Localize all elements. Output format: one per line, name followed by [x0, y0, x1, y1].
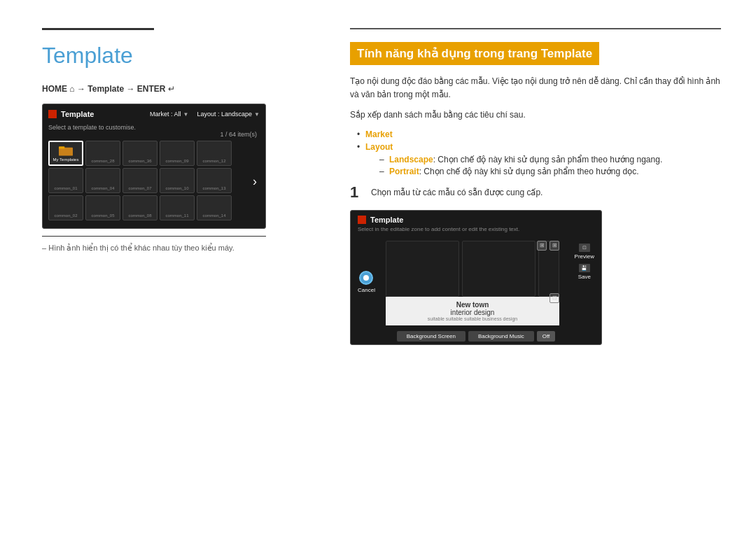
text-main[interactable]: New town: [393, 301, 552, 309]
text-sub[interactable]: interior design: [393, 309, 552, 316]
right-panel: Tính năng khả dụng trong trang Template …: [350, 28, 721, 506]
list-item[interactable]: common_11: [160, 195, 195, 220]
footnote-text: Hình ảnh hiển thị có thể khác nhau tùy t…: [42, 244, 322, 253]
template-item-label: common_36: [128, 159, 151, 163]
template-item-label: common_09: [165, 159, 188, 163]
right-top-divider: [350, 28, 721, 29]
template-item-label: common_07: [128, 186, 151, 190]
list-item[interactable]: common_08: [122, 195, 158, 220]
detail-subtitle: Select in the editable zone to add conte…: [351, 226, 601, 237]
off-button[interactable]: Off: [537, 331, 556, 342]
layout-label: Layout : Landscape: [197, 111, 253, 118]
template-row-3: common_02 common_05 common_08 common_11: [48, 195, 247, 220]
list-item[interactable]: common_28: [85, 141, 120, 166]
preview-button[interactable]: ⊡ Preview: [575, 244, 594, 260]
list-item[interactable]: common_13: [197, 168, 232, 193]
landscape-desc: : Chọn chế độ này khi sử dụng sản phẩm t…: [433, 155, 663, 164]
template-item-label: common_28: [91, 159, 114, 163]
layout-sub-list: Landscape: Chọn chế độ này khi sử dụng s…: [365, 155, 721, 176]
list-item[interactable]: common_07: [122, 168, 158, 193]
my-templates-label: My Templates: [53, 157, 79, 162]
list-item[interactable]: common_36: [122, 141, 158, 166]
cancel-circle-icon: [359, 271, 373, 285]
template-screen-title: Template: [61, 110, 94, 118]
red-square-icon: [48, 110, 57, 118]
text-small: suitable suitable suitable business desi…: [393, 316, 552, 321]
template-item-label: common_01: [54, 186, 77, 190]
image-panel-mid[interactable]: [462, 241, 536, 297]
save-icon: 💾: [579, 264, 590, 272]
portrait-label: Portrait: [389, 167, 419, 176]
template-item-label: common_11: [165, 213, 188, 218]
description-text-2: Sắp xếp danh sách mẫu bằng các tiêu chí …: [350, 108, 721, 122]
text-overlay: New town interior design suitable suitab…: [386, 297, 559, 325]
list-item: Portrait: Chọn chế độ này khi sử dụng sả…: [379, 167, 721, 176]
background-screen-button[interactable]: Background Screen: [397, 331, 465, 342]
template-row-2: common_01 common_04 common_07 common_10: [48, 168, 247, 193]
template-title-row: Template: [48, 110, 94, 118]
enter-label: ENTER: [137, 84, 166, 94]
list-item: Layout Landscape: Chọn chế độ này khi sử…: [357, 142, 721, 176]
layout-bullet: Layout: [365, 142, 393, 152]
market-bullet: Market: [365, 129, 393, 139]
enter-icon: ↵: [168, 84, 175, 94]
list-item[interactable]: common_01: [48, 168, 83, 193]
detail-footer: Background Screen Background Music Off: [351, 328, 601, 344]
item-count: 1 / 64 item(s): [220, 131, 257, 138]
cancel-inner-icon: [363, 275, 369, 281]
nav-instruction: HOME ⌂ → Template → ENTER ↵: [42, 84, 322, 94]
list-item[interactable]: common_02: [48, 195, 83, 220]
step-text-1: Chọn mẫu từ các mẫu có sẵn được cung cấp…: [371, 185, 542, 197]
my-templates-item[interactable]: My Templates: [48, 141, 83, 166]
list-item[interactable]: common_04: [85, 168, 120, 193]
market-label: Market : All: [150, 111, 181, 118]
arrow1: →: [77, 84, 85, 94]
detail-header: Template: [351, 211, 601, 226]
cancel-label: Cancel: [358, 287, 375, 293]
page-title: Template: [42, 43, 322, 69]
template-screen-header: Template Market : All ▼ Layout : Landsca…: [48, 110, 260, 118]
list-item: Landscape: Chọn chế độ này khi sử dụng s…: [379, 155, 721, 164]
layout-arrow-icon: ▼: [254, 111, 260, 118]
landscape-label: Landscape: [389, 155, 433, 164]
market-dropdown[interactable]: Market : All ▼: [150, 111, 188, 118]
step-1-row: 1 Chọn mẫu từ các mẫu có sẵn được cung c…: [350, 185, 721, 200]
save-button[interactable]: 💾 Save: [578, 264, 591, 280]
layout-dropdown[interactable]: Layout : Landscape ▼: [197, 111, 260, 118]
template-row-1: My Templates common_28 common_36 common_…: [48, 141, 247, 166]
left-panel: Template HOME ⌂ → Template → ENTER ↵ Tem…: [42, 28, 322, 506]
svg-rect-0: [59, 148, 73, 156]
background-music-button[interactable]: Background Music: [468, 331, 534, 342]
list-item[interactable]: common_05: [85, 195, 120, 220]
template-screen-subtitle: Select a template to customise.: [48, 124, 260, 131]
template-item-label: common_04: [91, 186, 114, 190]
market-arrow-icon: ▼: [183, 111, 189, 118]
resize-icon-2: ⊞: [550, 241, 559, 251]
save-label: Save: [578, 274, 591, 280]
list-item: Market: [357, 129, 721, 139]
preview-save-area: ⊡ Preview 💾 Save: [575, 244, 594, 280]
list-item[interactable]: common_10: [160, 168, 195, 193]
folder-icon: [59, 145, 73, 156]
svg-rect-1: [59, 146, 64, 148]
home-icon: ⌂: [69, 84, 77, 94]
detail-red-square-icon: [358, 216, 366, 224]
cancel-button[interactable]: Cancel: [358, 271, 375, 293]
bottom-corner-icons: ⊡: [550, 293, 559, 303]
template-item-label: common_14: [202, 213, 225, 218]
next-arrow-button[interactable]: ›: [250, 141, 260, 223]
template-item-label: common_05: [91, 213, 114, 218]
description-text-1: Tạo nội dung độc đáo bằng các mẫu. Việc …: [350, 75, 721, 101]
list-item[interactable]: common_09: [160, 141, 195, 166]
detail-title: Template: [370, 216, 403, 224]
template-nav-label: Template: [88, 84, 124, 94]
preview-icon: ⊡: [579, 244, 590, 252]
top-divider: [42, 28, 154, 30]
list-item[interactable]: common_14: [197, 195, 232, 220]
template-grid-area: My Templates common_28 common_36 common_…: [48, 141, 260, 223]
template-screen-mockup: Template Market : All ▼ Layout : Landsca…: [42, 104, 266, 229]
template-detail-screen: Template Select in the editable zone to …: [350, 210, 602, 345]
list-item[interactable]: common_12: [197, 141, 232, 166]
image-panel-left[interactable]: [386, 241, 459, 297]
template-grid: My Templates common_28 common_36 common_…: [48, 141, 247, 223]
